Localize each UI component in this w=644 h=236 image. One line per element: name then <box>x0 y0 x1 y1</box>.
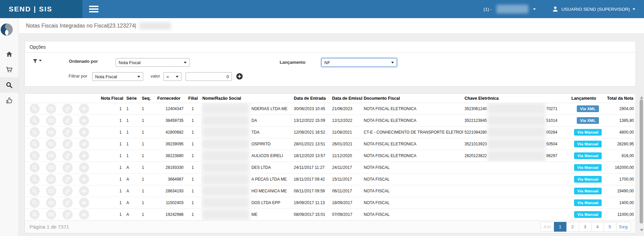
attachment-button[interactable] <box>63 162 73 173</box>
view-details-button[interactable] <box>30 139 40 149</box>
lancamento-badge[interactable]: Via Manual <box>574 211 602 218</box>
view-details-button[interactable] <box>30 127 40 137</box>
filter-field-select[interactable]: Nota Fiscal <box>92 72 143 81</box>
financial-button[interactable] <box>46 162 56 173</box>
attachment-button[interactable] <box>63 127 73 137</box>
tags-button[interactable] <box>79 198 89 208</box>
pagination-page-3[interactable]: 3 <box>579 222 592 232</box>
table-row[interactable]: 1 A 1 28634193 1 HO MECANICA ME 08/11/20… <box>25 185 637 197</box>
cell-seq: 1 <box>140 138 156 150</box>
view-details-button[interactable] <box>30 186 40 196</box>
tags-button[interactable] <box>79 209 89 220</box>
scroll-down-arrow-icon[interactable] <box>640 229 643 233</box>
attachment-button[interactable] <box>63 198 73 208</box>
financial-button[interactable] <box>46 198 56 208</box>
tags-button[interactable] <box>79 162 89 173</box>
table-row[interactable]: 1 1 1 42800682 1 TDA 12/08/2021 16:52 11… <box>25 127 637 138</box>
attachment-button[interactable] <box>63 174 73 184</box>
table-row[interactable]: 1 1 1 12404347 1 NDERIAS LTDA ME 30/06/2… <box>25 103 637 115</box>
pagination-page-4[interactable]: 4 <box>591 222 604 232</box>
attachment-button[interactable] <box>63 104 73 114</box>
tags-button[interactable] <box>79 151 89 161</box>
sidebar-item-purchases[interactable] <box>0 62 18 77</box>
table-row[interactable]: 1 A 1 19242986 1 ME 08/09/2017 15:01 07/… <box>25 209 637 221</box>
brand-logo[interactable]: SEND | SIS <box>0 0 82 18</box>
view-details-button[interactable] <box>30 209 40 220</box>
cell-data-emissao: 11/12/2020 <box>331 150 362 162</box>
view-details-button[interactable] <box>30 115 40 126</box>
view-details-button[interactable] <box>30 104 40 114</box>
tags-button[interactable] <box>79 104 89 114</box>
table-row[interactable]: 1 1 1 38459735 1 DA 13/12/2022 15:09 12/… <box>25 115 637 127</box>
lancamento-badge[interactable]: Via Manual <box>574 176 602 183</box>
lancamento-badge[interactable]: Via Manual <box>574 129 602 136</box>
attachment-button[interactable] <box>63 115 73 126</box>
cell-serie: 1 <box>125 138 140 150</box>
cell-data-emissao: 24/11/2017 <box>331 162 362 174</box>
cell-total: 1400,00 <box>606 197 637 209</box>
attachment-button[interactable] <box>63 186 73 196</box>
sidebar-item-search[interactable] <box>0 77 18 93</box>
financial-button[interactable] <box>46 127 56 137</box>
view-details-button[interactable] <box>30 162 40 173</box>
add-filter-button[interactable] <box>236 73 243 80</box>
sidebar-item-home[interactable] <box>0 46 18 62</box>
table-row[interactable]: 1 A 1 28193330 1 DES LTDA 24/11/2017 11:… <box>25 162 637 174</box>
financial-button[interactable] <box>46 115 56 126</box>
cell-serie: 1 <box>125 115 140 127</box>
row-actions <box>25 185 99 197</box>
financial-button[interactable] <box>46 174 56 184</box>
user-dropdown[interactable]: USUARIO SEND (SUPERVISOR) <box>552 6 635 12</box>
table-row[interactable]: 1 1 1 39239095 1 OSPIRITO 28/01/2021 13:… <box>25 138 637 150</box>
attachment-button[interactable] <box>63 139 73 149</box>
chave-suffix-text: 51014 <box>546 118 557 123</box>
view-details-button[interactable] <box>30 174 40 184</box>
lancamento-badge[interactable]: Via XML <box>577 105 599 112</box>
lancamento-badge[interactable]: Via XML <box>577 117 599 124</box>
lancamento-badge[interactable]: Via Manual <box>574 141 602 147</box>
financial-button[interactable] <box>46 151 56 161</box>
tags-icon <box>81 153 87 158</box>
lancamento-badge[interactable]: Via Manual <box>574 188 602 194</box>
operator-select[interactable]: = <box>163 72 182 81</box>
lancamento-badge[interactable]: Via Manual <box>574 199 602 206</box>
vertical-scrollbar-thumb[interactable] <box>640 99 643 224</box>
pagination-page-2[interactable]: 2 <box>566 222 579 232</box>
tags-button[interactable] <box>79 127 89 137</box>
tags-button[interactable] <box>79 174 89 184</box>
chevron-down-icon[interactable] <box>533 8 536 11</box>
tags-button[interactable] <box>79 139 89 149</box>
thumbs-up-icon <box>6 97 13 104</box>
financial-button[interactable] <box>46 209 56 220</box>
pagination-prev-button[interactable]: Ant <box>540 222 554 232</box>
table-row[interactable]: 1 A 1 3664967 1 A PECAS LTDA ME 16/11/20… <box>25 174 637 185</box>
lancamento-badge[interactable]: Via Manual <box>574 152 602 159</box>
vertical-scrollbar[interactable] <box>639 95 644 233</box>
cell-nome: NDERIAS LTDA ME <box>201 103 292 115</box>
hamburger-menu-icon[interactable] <box>89 5 100 13</box>
lancamento-badge[interactable]: Via Manual <box>574 164 602 171</box>
pagination-page-1[interactable]: 1 <box>554 222 567 232</box>
view-details-button[interactable] <box>30 198 40 208</box>
table-row[interactable]: 1 1 1 38223880 1 AULICOS EIRELI 18/12/20… <box>25 150 637 162</box>
app-logo[interactable] <box>0 23 13 36</box>
attachment-button[interactable] <box>63 151 73 161</box>
scroll-up-arrow-icon[interactable] <box>640 95 643 99</box>
nome-suffix-text: DA <box>251 118 257 123</box>
pagination-next-button[interactable]: Seg <box>616 222 631 232</box>
attachment-button[interactable] <box>63 209 73 220</box>
table-row[interactable]: 1 A 1 11502403 1 DOS LTDA EPP 19/09/2017… <box>25 197 637 209</box>
pagination-page-5[interactable]: 5 <box>604 222 616 232</box>
sidebar-item-approvals[interactable] <box>0 93 18 108</box>
tags-button[interactable] <box>79 186 89 196</box>
lancamento-select[interactable]: NF <box>321 58 397 67</box>
filter-value-input[interactable] <box>186 72 232 81</box>
filter-funnel-button[interactable] <box>32 58 42 64</box>
financial-button[interactable] <box>46 104 56 114</box>
ordered-by-select[interactable]: Nota Fiscal <box>116 58 190 67</box>
view-details-button[interactable] <box>30 151 40 161</box>
tags-button[interactable] <box>79 115 89 126</box>
financial-button[interactable] <box>46 186 56 196</box>
financial-button[interactable] <box>46 139 56 149</box>
cell-fornecedor: 28193330 <box>156 162 187 174</box>
